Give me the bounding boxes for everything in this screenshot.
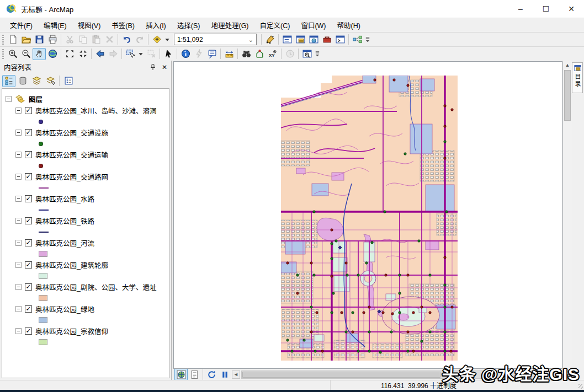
zoom-out-button[interactable] <box>19 48 33 60</box>
find-route-button[interactable] <box>253 48 266 60</box>
select-features-dropdown-button[interactable] <box>137 48 145 60</box>
arctoolbox-window-button[interactable] <box>320 34 333 46</box>
pause-drawing-button[interactable] <box>218 368 231 380</box>
layer-visibility-checkbox[interactable]: ✓ <box>25 217 32 224</box>
menu-customize[interactable]: 自定义(C) <box>254 18 296 33</box>
pin-icon[interactable] <box>150 64 156 71</box>
undo-button[interactable] <box>120 34 133 46</box>
toolbar-options-button[interactable] <box>364 34 371 46</box>
editor-toolbar-button[interactable] <box>263 34 277 46</box>
layer-label-4[interactable]: 奥林匹克公园_水路 <box>35 194 94 204</box>
scroll-left-arrow[interactable]: ◄ <box>232 370 240 379</box>
layer-label-9[interactable]: 奥林匹克公园_绿地 <box>35 304 94 314</box>
layer-symbol-polygon[interactable] <box>39 295 47 301</box>
map-canvas[interactable] <box>173 61 562 369</box>
catalog-window-button[interactable] <box>294 34 307 46</box>
zoom-in-button[interactable] <box>6 48 19 60</box>
viewer-window-button[interactable] <box>300 48 314 60</box>
layer-symbol-line[interactable] <box>39 210 49 211</box>
menu-selection[interactable]: 选择(S) <box>172 18 206 33</box>
search-window-button[interactable] <box>307 34 320 46</box>
horizontal-scrollbar-thumb[interactable] <box>242 372 440 378</box>
toolbar-grip[interactable] <box>2 35 4 45</box>
go-back-extent-button[interactable] <box>93 48 107 60</box>
full-extent-button[interactable] <box>46 48 59 60</box>
collapse-icon[interactable] <box>15 328 22 334</box>
print-button[interactable] <box>46 34 59 46</box>
vertical-scrollbar[interactable]: ▲ ▼ <box>562 61 572 380</box>
collapse-icon[interactable] <box>15 262 22 268</box>
layer-label-0[interactable]: 奥林匹克公园_冰川、岛屿、沙滩、溶洞 <box>35 105 156 116</box>
menu-window[interactable]: 窗口(W) <box>295 18 331 33</box>
pan-button[interactable] <box>33 48 46 60</box>
layer-label-8[interactable]: 奥林匹克公园_剧院、公园、大学、遗址 <box>35 282 156 292</box>
table-of-contents-window-button[interactable] <box>280 34 294 46</box>
open-document-button[interactable] <box>19 34 33 46</box>
menu-bookmarks[interactable]: 书签(B) <box>106 18 140 33</box>
collapse-icon[interactable] <box>15 174 22 180</box>
layer-symbol-polygon[interactable] <box>39 273 47 279</box>
maximize-button[interactable]: ☐ <box>533 0 559 18</box>
scroll-up-arrow[interactable]: ▲ <box>563 61 572 69</box>
collapse-icon[interactable] <box>15 240 22 246</box>
layer-symbol-polygon[interactable] <box>39 251 47 257</box>
menu-help[interactable]: 帮助(H) <box>332 18 366 33</box>
layer-label-1[interactable]: 奥林匹克公园_交通设施 <box>35 127 108 138</box>
toolbar-options-button[interactable] <box>314 48 321 60</box>
html-popup-button[interactable] <box>205 48 219 60</box>
resize-grip[interactable] <box>578 384 583 389</box>
close-button[interactable]: ✕ <box>559 0 584 18</box>
layer-symbol-line[interactable] <box>39 187 49 189</box>
layer-visibility-checkbox[interactable]: ✓ <box>25 151 32 158</box>
layer-symbol-line[interactable] <box>39 232 49 233</box>
measure-button[interactable] <box>222 48 236 60</box>
select-elements-button[interactable] <box>162 48 175 60</box>
list-by-visibility-button[interactable] <box>30 75 43 87</box>
layer-symbol-polygon[interactable] <box>39 317 47 323</box>
layer-label-7[interactable]: 奥林匹克公园_建筑轮廓 <box>35 260 108 270</box>
list-by-selection-button[interactable] <box>44 75 57 87</box>
menu-edit[interactable]: 编辑(E) <box>38 18 72 33</box>
fixed-zoom-out-button[interactable] <box>76 48 89 60</box>
minimize-button[interactable]: – <box>508 0 533 18</box>
layers-group-label[interactable]: 图层 <box>29 94 43 104</box>
select-features-button[interactable] <box>124 48 137 60</box>
new-document-button[interactable] <box>6 34 19 46</box>
layer-visibility-checkbox[interactable]: ✓ <box>25 239 32 246</box>
layout-view-button[interactable] <box>188 368 201 380</box>
layer-label-2[interactable]: 奥林匹克公园_交通运输 <box>35 149 108 160</box>
collapse-icon[interactable] <box>15 306 22 312</box>
identify-button[interactable] <box>179 48 192 60</box>
collapse-icon[interactable] <box>15 284 22 290</box>
layer-visibility-checkbox[interactable]: ✓ <box>25 261 32 269</box>
layer-label-6[interactable]: 奥林匹克公园_河流 <box>35 238 94 248</box>
layer-visibility-checkbox[interactable]: ✓ <box>25 129 32 136</box>
menu-file[interactable]: 文件(F) <box>4 18 38 33</box>
list-by-source-button[interactable] <box>16 75 29 87</box>
menu-view[interactable]: 视图(V) <box>72 18 107 33</box>
close-panel-icon[interactable]: ✕ <box>162 63 167 71</box>
layer-symbol-point[interactable] <box>39 142 43 146</box>
go-to-xy-button[interactable]: XY <box>266 48 279 60</box>
layer-label-5[interactable]: 奥林匹克公园_铁路 <box>35 216 94 226</box>
layer-visibility-checkbox[interactable]: ✓ <box>25 283 32 291</box>
layer-label-10[interactable]: 奥林匹克公园_宗教信仰 <box>35 326 108 336</box>
data-view-button[interactable] <box>174 368 188 380</box>
layer-visibility-checkbox[interactable]: ✓ <box>25 327 32 335</box>
layer-symbol-point[interactable] <box>39 120 43 124</box>
refresh-view-button[interactable] <box>205 368 218 380</box>
layer-visibility-checkbox[interactable]: ✓ <box>25 107 32 114</box>
layer-visibility-checkbox[interactable]: ✓ <box>25 173 32 180</box>
toolbar-grip[interactable] <box>2 49 4 59</box>
map-scale-combo[interactable]: 1:51,092 ⌄ <box>174 34 257 45</box>
python-window-button[interactable] <box>333 34 347 46</box>
collapse-icon[interactable] <box>15 152 22 158</box>
find-button[interactable] <box>240 48 253 60</box>
collapse-icon[interactable] <box>15 108 22 114</box>
catalog-collapsed-tab[interactable]: 目录 <box>572 62 583 93</box>
collapse-icon[interactable] <box>6 96 12 102</box>
collapse-icon[interactable] <box>15 196 22 202</box>
layer-label-3[interactable]: 奥林匹克公园_交通路网 <box>35 171 108 182</box>
menu-insert[interactable]: 插入(I) <box>140 18 172 33</box>
layer-symbol-point[interactable] <box>39 164 43 168</box>
